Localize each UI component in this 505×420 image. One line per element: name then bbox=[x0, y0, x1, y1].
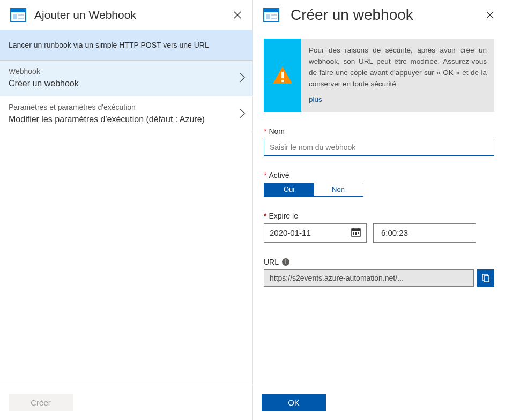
svg-rect-18 bbox=[358, 232, 359, 234]
nav-value: Créer un webhook bbox=[9, 79, 244, 88]
svg-rect-8 bbox=[271, 14, 277, 16]
svg-rect-4 bbox=[18, 18, 24, 19]
add-webhook-panel: Ajouter un Webhook Lancer un runbook via… bbox=[0, 0, 253, 420]
svg-rect-13 bbox=[352, 229, 360, 231]
copy-icon bbox=[481, 273, 491, 283]
toggle-yes[interactable]: Oui bbox=[264, 183, 314, 196]
svg-rect-16 bbox=[353, 232, 354, 234]
nav-item-parameters[interactable]: Paramètres et paramètres d'exécution Mod… bbox=[0, 96, 252, 132]
panel-header-right: Créer un webhook bbox=[253, 0, 505, 30]
info-icon[interactable]: i bbox=[282, 258, 289, 266]
create-webhook-panel: Créer un webhook Pour des raisons de séc… bbox=[253, 0, 505, 420]
enabled-section: *Activé Oui Non bbox=[264, 171, 494, 197]
svg-rect-2 bbox=[13, 14, 17, 19]
close-button-left[interactable] bbox=[230, 8, 245, 22]
toggle-no[interactable]: Non bbox=[314, 183, 363, 196]
svg-rect-17 bbox=[355, 232, 357, 234]
svg-rect-7 bbox=[266, 14, 270, 19]
close-button-right[interactable] bbox=[482, 8, 497, 22]
chevron-right-icon bbox=[240, 73, 245, 84]
ok-button[interactable]: OK bbox=[262, 394, 326, 411]
info-bar: Lancer un runbook via un simple HTTP POS… bbox=[0, 30, 252, 60]
expires-time-value: 6:00:23 bbox=[381, 228, 408, 237]
warning-icon bbox=[272, 65, 293, 85]
expires-label: *Expire le bbox=[264, 212, 494, 220]
form-body: Pour des raisons de sécurité, après avoi… bbox=[253, 30, 505, 287]
warning-text: Pour des raisons de sécurité, après avoi… bbox=[301, 39, 494, 112]
url-label-row: URL i bbox=[264, 258, 494, 266]
svg-rect-11 bbox=[281, 80, 284, 82]
name-section: *Nom bbox=[264, 127, 494, 156]
close-icon bbox=[233, 11, 242, 19]
footer-left: Créer bbox=[0, 385, 252, 420]
url-row: https://s2events.azure-automation.net/..… bbox=[264, 269, 494, 287]
name-label: *Nom bbox=[264, 127, 494, 136]
warning-more-link[interactable]: plus bbox=[309, 94, 487, 106]
nav-list: Webhook Créer un webhook Paramètres et p… bbox=[0, 60, 252, 132]
warning-message: Pour des raisons de sécurité, après avoi… bbox=[309, 46, 487, 88]
enabled-toggle: Oui Non bbox=[264, 183, 363, 197]
expires-row: 2020-01-11 6:00:23 bbox=[264, 223, 494, 243]
panel-header-left: Ajouter un Webhook bbox=[0, 0, 252, 30]
enabled-label: *Activé bbox=[264, 171, 494, 179]
svg-rect-19 bbox=[353, 234, 354, 235]
panel-title-left: Ajouter un Webhook bbox=[34, 9, 136, 21]
close-icon bbox=[486, 11, 494, 19]
svg-rect-22 bbox=[484, 276, 489, 282]
required-star: * bbox=[264, 127, 266, 136]
expires-section: *Expire le 2020-01-11 6:00:23 bbox=[264, 212, 494, 243]
name-input[interactable] bbox=[264, 139, 494, 156]
required-star: * bbox=[264, 171, 266, 179]
url-section: URL i https://s2events.azure-automation.… bbox=[264, 258, 494, 287]
panel-title-right: Créer un webhook bbox=[291, 6, 413, 24]
expires-date-input[interactable]: 2020-01-11 bbox=[264, 223, 367, 243]
nav-item-webhook[interactable]: Webhook Créer un webhook bbox=[0, 61, 252, 96]
svg-rect-10 bbox=[281, 72, 284, 78]
svg-rect-15 bbox=[358, 228, 359, 230]
warning-box: Pour des raisons de sécurité, après avoi… bbox=[264, 39, 494, 112]
svg-rect-6 bbox=[264, 9, 279, 12]
chevron-right-icon bbox=[240, 109, 245, 120]
svg-rect-3 bbox=[18, 14, 24, 16]
svg-rect-14 bbox=[353, 228, 354, 230]
required-star: * bbox=[264, 212, 266, 220]
footer-right: OK bbox=[253, 385, 505, 420]
svg-rect-20 bbox=[355, 234, 357, 235]
svg-rect-9 bbox=[271, 18, 277, 19]
webhook-blade-icon bbox=[262, 5, 281, 25]
expires-time-input[interactable]: 6:00:23 bbox=[373, 223, 476, 243]
svg-rect-1 bbox=[11, 9, 26, 12]
create-button[interactable]: Créer bbox=[9, 394, 73, 411]
url-value: https://s2events.azure-automation.net/..… bbox=[264, 269, 474, 287]
calendar-icon bbox=[351, 227, 361, 238]
nav-value: Modifier les paramètres d'exécution (déf… bbox=[9, 115, 244, 124]
url-label: URL bbox=[264, 258, 279, 266]
nav-label: Paramètres et paramètres d'exécution bbox=[9, 103, 244, 111]
copy-button[interactable] bbox=[477, 269, 494, 287]
expires-date-value: 2020-01-11 bbox=[270, 228, 311, 237]
webhook-blade-icon bbox=[9, 5, 28, 25]
nav-label: Webhook bbox=[9, 67, 244, 76]
warning-icon-col bbox=[264, 39, 301, 112]
